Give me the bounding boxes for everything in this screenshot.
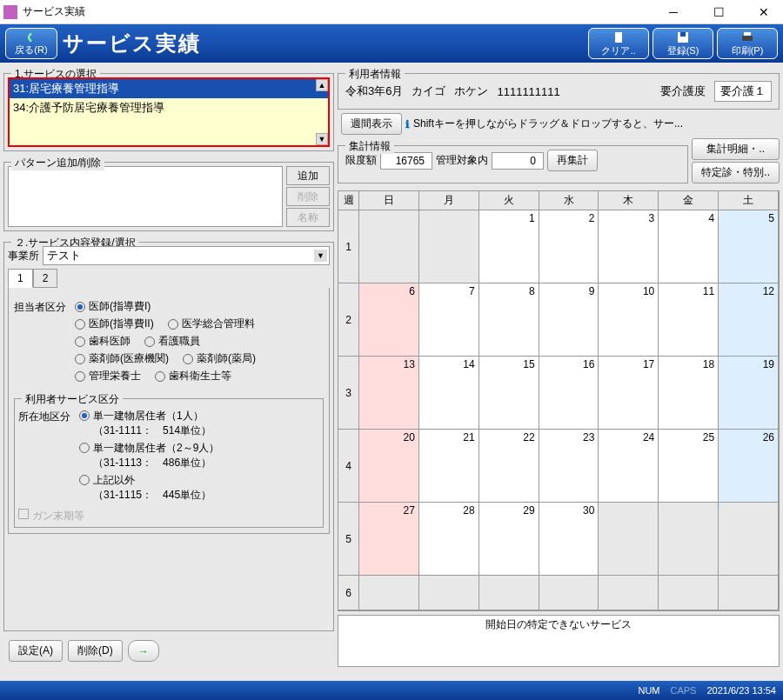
calendar-cell[interactable]: 26 bbox=[719, 430, 779, 502]
calendar-cell[interactable]: 6 bbox=[359, 283, 419, 356]
week-number: 6 bbox=[338, 576, 359, 610]
pattern-add-button[interactable]: 追加 bbox=[286, 166, 330, 185]
location-label: 所在地区分 bbox=[18, 406, 79, 424]
pattern-name-button[interactable]: 名称 bbox=[286, 208, 330, 227]
calendar-cell[interactable]: 3 bbox=[599, 210, 659, 283]
forward-button[interactable]: → bbox=[128, 640, 159, 662]
service-item[interactable]: 34:介護予防居宅療養管理指導 bbox=[10, 98, 328, 117]
person-radio[interactable] bbox=[168, 319, 178, 330]
calendar-cell[interactable]: 7 bbox=[419, 283, 479, 356]
calendar-cell[interactable]: 10 bbox=[599, 283, 659, 356]
location-radio[interactable] bbox=[79, 443, 90, 453]
calendar-cell[interactable]: 30 bbox=[539, 503, 599, 575]
location-detail: （31-1113： 486単位） bbox=[93, 456, 219, 470]
pattern-textarea[interactable] bbox=[8, 166, 283, 227]
calendar-cell[interactable] bbox=[539, 576, 599, 610]
person-radio[interactable] bbox=[155, 371, 165, 382]
person-radio[interactable] bbox=[183, 354, 193, 364]
back-button[interactable]: 戻る(R) bbox=[5, 28, 57, 59]
calendar-cell[interactable]: 16 bbox=[539, 357, 599, 429]
tab-1[interactable]: 1 bbox=[8, 269, 33, 288]
day-number: 25 bbox=[703, 431, 714, 443]
content-tabs: 1 2 bbox=[8, 269, 330, 288]
care-label: 要介護度 bbox=[660, 83, 706, 99]
maximize-icon[interactable]: ☐ bbox=[703, 3, 734, 22]
spec-button[interactable]: 特定診・特別.. bbox=[692, 162, 780, 183]
service-list[interactable]: 31:居宅療養管理指導 34:介護予防居宅療養管理指導 ▲ ▼ bbox=[8, 77, 330, 147]
day-number: 6 bbox=[409, 285, 415, 297]
calendar-cell[interactable] bbox=[479, 576, 539, 610]
recalc-button[interactable]: 再集計 bbox=[547, 150, 598, 171]
calendar-cell[interactable]: 19 bbox=[719, 357, 779, 429]
detail-button[interactable]: 集計明細・.. bbox=[692, 138, 780, 160]
person-radio[interactable] bbox=[75, 302, 85, 312]
person-radio[interactable] bbox=[75, 371, 85, 382]
person-radio[interactable] bbox=[75, 319, 85, 330]
calendar-cell[interactable]: 13 bbox=[359, 357, 419, 429]
undated-service-area[interactable]: 開始日の特定できないサービス bbox=[338, 615, 780, 667]
calendar-cell[interactable]: 21 bbox=[419, 430, 479, 502]
settings-button[interactable]: 設定(A) bbox=[9, 640, 63, 662]
calendar-cell[interactable] bbox=[659, 503, 719, 575]
calendar-cell[interactable]: 17 bbox=[599, 357, 659, 429]
calendar-cell[interactable]: 25 bbox=[659, 430, 719, 502]
status-bar: NUM CAPS 2021/6/23 13:54 bbox=[0, 681, 783, 700]
person-radio[interactable] bbox=[75, 337, 85, 347]
calendar-cell[interactable]: 12 bbox=[719, 283, 779, 356]
calendar-cell[interactable] bbox=[419, 210, 479, 283]
calendar-cell[interactable]: 14 bbox=[419, 357, 479, 429]
calendar-cell[interactable]: 15 bbox=[479, 357, 539, 429]
location-radio[interactable] bbox=[79, 475, 90, 485]
svg-rect-3 bbox=[742, 36, 753, 41]
clear-button[interactable]: クリア.. bbox=[588, 28, 649, 59]
calendar-cell[interactable]: 27 bbox=[359, 503, 419, 575]
calendar-cell[interactable] bbox=[719, 576, 779, 610]
calendar-cell[interactable]: 2 bbox=[539, 210, 599, 283]
calendar-cell[interactable] bbox=[419, 576, 479, 610]
summary-title: 集計情報 bbox=[345, 139, 394, 154]
week-view-button[interactable]: 週間表示 bbox=[341, 113, 402, 135]
calendar-cell[interactable] bbox=[359, 210, 419, 283]
delete-button[interactable]: 削除(D) bbox=[68, 640, 123, 662]
calendar-cell[interactable]: 29 bbox=[479, 503, 539, 575]
titlebar: サービス実績 ─ ☐ ✕ bbox=[0, 0, 783, 24]
calendar-cell[interactable]: 24 bbox=[599, 430, 659, 502]
calendar-cell[interactable]: 20 bbox=[359, 430, 419, 502]
calendar-cell[interactable]: 5 bbox=[719, 210, 779, 283]
person-radio[interactable] bbox=[75, 354, 85, 364]
info-icon: ℹ bbox=[405, 118, 410, 130]
calendar-cell[interactable]: 28 bbox=[419, 503, 479, 575]
calendar-cell[interactable]: 22 bbox=[479, 430, 539, 502]
scroll-up-icon[interactable]: ▲ bbox=[316, 79, 328, 91]
calendar-cell[interactable]: 1 bbox=[479, 210, 539, 283]
day-number: 8 bbox=[529, 285, 535, 297]
location-detail: （31-1115： 445単位） bbox=[93, 488, 211, 503]
calendar-cell[interactable] bbox=[719, 503, 779, 575]
tab-2[interactable]: 2 bbox=[33, 269, 58, 288]
week-header: 週 bbox=[338, 191, 359, 210]
limit-label: 限度額 bbox=[345, 153, 377, 168]
calendar-cell[interactable] bbox=[599, 576, 659, 610]
day-number: 14 bbox=[463, 358, 474, 370]
calendar-cell[interactable]: 4 bbox=[659, 210, 719, 283]
calendar-cell[interactable]: 9 bbox=[539, 283, 599, 356]
calendar-cell[interactable] bbox=[359, 576, 419, 610]
calendar-cell[interactable] bbox=[599, 503, 659, 575]
calendar-cell[interactable] bbox=[659, 576, 719, 610]
register-button[interactable]: 登録(S) bbox=[652, 28, 713, 59]
close-icon[interactable]: ✕ bbox=[748, 3, 780, 22]
calendar-cell[interactable]: 11 bbox=[659, 283, 719, 356]
person-radio[interactable] bbox=[144, 337, 155, 347]
office-combo[interactable]: テスト bbox=[43, 246, 330, 265]
calendar-cell[interactable]: 8 bbox=[479, 283, 539, 356]
calendar-cell[interactable]: 23 bbox=[539, 430, 599, 502]
minimize-icon[interactable]: ─ bbox=[658, 3, 689, 22]
print-button[interactable]: 印刷(P) bbox=[717, 28, 778, 59]
scroll-down-icon[interactable]: ▼ bbox=[316, 133, 328, 145]
pattern-delete-button[interactable]: 削除 bbox=[286, 187, 330, 206]
location-radio[interactable] bbox=[79, 410, 90, 421]
header: 戻る(R) サービス実績 クリア.. 登録(S) 印刷(P) bbox=[0, 24, 783, 63]
service-item[interactable]: 31:居宅療養管理指導 bbox=[10, 79, 328, 98]
calendar-cell[interactable]: 18 bbox=[659, 357, 719, 429]
user-fname: ホケン bbox=[454, 83, 488, 99]
